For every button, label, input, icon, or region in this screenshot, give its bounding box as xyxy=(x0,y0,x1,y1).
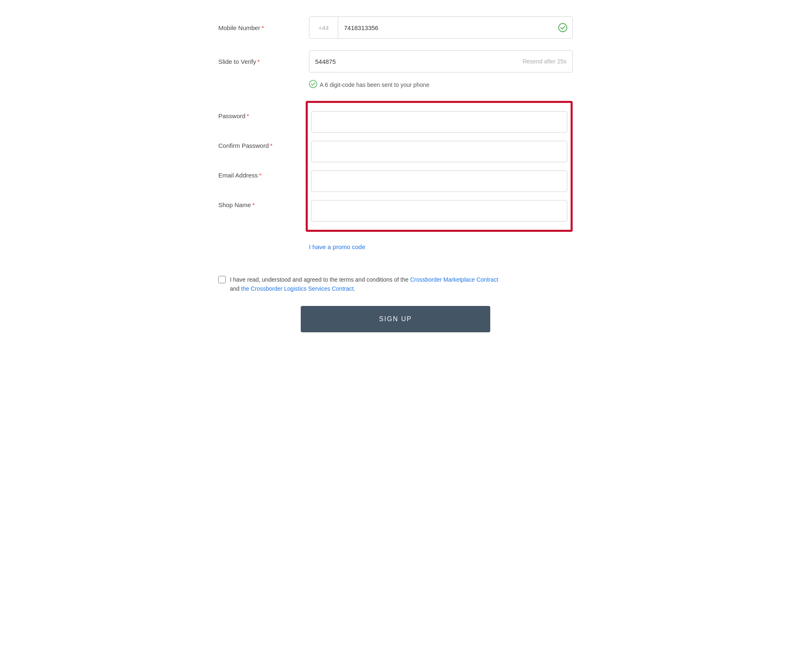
mobile-verified-icon xyxy=(558,17,572,38)
shop-name-label-item: Shop Name* xyxy=(218,190,309,219)
logistics-contract-link[interactable]: the Crossborder Logistics Services Contr… xyxy=(241,285,353,292)
promo-code-row: I have a promo code xyxy=(309,243,573,263)
signup-button-row: SIGN UP xyxy=(218,306,573,332)
mobile-number-row: Mobile Number* +44 xyxy=(218,16,573,39)
slide-verify-label: Slide to Verify* xyxy=(218,58,309,65)
verify-input-group: Resend after 25s xyxy=(309,50,573,72)
registration-form: Mobile Number* +44 Slide to Verify* xyxy=(218,16,573,332)
terms-checkbox[interactable] xyxy=(218,276,226,283)
mobile-input-wrapper: +44 xyxy=(309,16,573,39)
slide-verify-row: Slide to Verify* Resend after 25s A 6 di… xyxy=(218,50,573,89)
terms-period: . xyxy=(353,285,355,292)
verify-hint-row: A 6 digit-code has been sent to your pho… xyxy=(309,77,429,89)
slide-verify-input-wrapper: Resend after 25s xyxy=(309,50,573,72)
password-label-item: Password* xyxy=(218,101,309,131)
password-input[interactable] xyxy=(311,111,567,133)
terms-row: I have read, understood and agreed to th… xyxy=(218,275,573,294)
mobile-number-input[interactable] xyxy=(338,17,558,38)
required-indicator: * xyxy=(262,24,264,31)
promo-code-link[interactable]: I have a promo code xyxy=(309,243,365,250)
password-field-wrapper xyxy=(311,111,567,133)
confirm-password-input[interactable] xyxy=(311,141,567,162)
slide-verify-inner: Slide to Verify* Resend after 25s xyxy=(218,50,573,72)
mobile-number-label: Mobile Number* xyxy=(218,24,309,31)
email-input[interactable] xyxy=(311,170,567,192)
verify-hint: A 6 digit-code has been sent to your pho… xyxy=(309,80,429,89)
confirm-password-field-wrapper xyxy=(311,141,567,162)
resend-text: Resend after 25s xyxy=(522,58,572,65)
highlighted-inputs-box xyxy=(306,101,573,232)
svg-point-1 xyxy=(309,80,317,88)
highlighted-labels: Password* Confirm Password* Email Addres… xyxy=(218,101,309,219)
svg-point-0 xyxy=(559,23,567,32)
email-field-wrapper xyxy=(311,170,567,192)
verify-hint-text: A 6 digit-code has been sent to your pho… xyxy=(320,82,429,88)
highlighted-fields-row: Password* Confirm Password* Email Addres… xyxy=(218,101,573,232)
country-code-display: +44 xyxy=(309,17,338,38)
verify-code-input[interactable] xyxy=(309,51,522,72)
marketplace-contract-link[interactable]: Crossborder Marketplace Contract xyxy=(410,276,498,283)
terms-text-before: I have read, understood and agreed to th… xyxy=(230,276,409,283)
shop-name-input[interactable] xyxy=(311,200,567,222)
check-circle-icon xyxy=(309,80,317,89)
email-label-item: Email Address* xyxy=(218,160,309,190)
confirm-password-label-item: Confirm Password* xyxy=(218,131,309,160)
terms-text: I have read, understood and agreed to th… xyxy=(230,275,498,294)
shop-name-field-wrapper xyxy=(311,200,567,222)
terms-text-middle: and xyxy=(230,285,239,292)
mobile-input-group: +44 xyxy=(309,16,573,39)
signup-button[interactable]: SIGN UP xyxy=(301,306,490,332)
